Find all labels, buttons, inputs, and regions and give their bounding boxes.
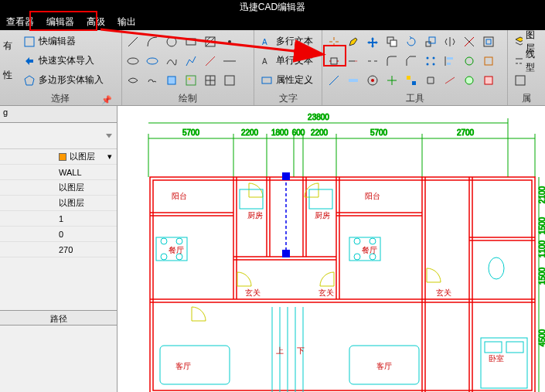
trim-icon[interactable] xyxy=(459,32,479,51)
svg-text:4500: 4500 xyxy=(538,329,545,346)
scale-icon[interactable] xyxy=(421,32,440,51)
more-draw-icon[interactable] xyxy=(220,70,240,90)
svg-rect-52 xyxy=(485,77,492,84)
menu-viewer[interactable]: 查看器 xyxy=(0,14,40,30)
tool27-icon[interactable] xyxy=(479,70,498,90)
svg-text:600: 600 xyxy=(292,128,305,137)
polygon-input-button[interactable]: 多边形实体输入 xyxy=(20,71,107,90)
menu-output[interactable]: 输出 xyxy=(111,14,142,30)
tool23-icon[interactable] xyxy=(401,70,421,90)
svg-rect-49 xyxy=(412,81,416,85)
explode-icon[interactable] xyxy=(324,32,343,51)
quick-import-button[interactable]: 快速实体导入 xyxy=(20,52,107,70)
break-icon[interactable] xyxy=(363,51,382,70)
chamfer-icon[interactable] xyxy=(401,51,421,70)
panel-tab[interactable]: g xyxy=(0,106,117,123)
prop-layer[interactable]: WALL xyxy=(0,165,117,180)
arc-icon[interactable] xyxy=(143,32,162,51)
attdef-button[interactable]: 属性定义 xyxy=(257,71,316,90)
svg-rect-81 xyxy=(150,177,535,392)
svg-line-11 xyxy=(206,56,215,66)
drawing-canvas[interactable]: 23800 5700 2200 1800 600 2200 5700 2700 … xyxy=(118,106,545,392)
circle-icon[interactable] xyxy=(162,32,182,51)
tool17-icon[interactable] xyxy=(459,51,479,70)
prop-color[interactable]: 以图层 ▾ xyxy=(0,149,117,165)
ribbon: 有 性 快编辑器 快速实体导入 多边形实体输入 选择 xyxy=(0,30,545,106)
svg-point-111 xyxy=(176,254,182,260)
svg-rect-19 xyxy=(225,76,234,85)
svg-point-51 xyxy=(465,77,473,84)
ray-icon[interactable] xyxy=(201,51,220,70)
quick-editor-button[interactable]: 快编辑器 xyxy=(20,32,107,51)
ellipse-icon[interactable] xyxy=(124,51,143,70)
image-icon[interactable] xyxy=(182,70,201,90)
tool26-icon[interactable] xyxy=(459,70,479,90)
ellipse2-icon[interactable] xyxy=(143,51,162,70)
prop-linetype[interactable]: 以图层 xyxy=(0,180,117,196)
svg-text:上: 上 xyxy=(276,346,284,355)
tool21-icon[interactable] xyxy=(363,70,382,90)
dtext-button[interactable]: A 单行文本 xyxy=(257,52,316,70)
copy-icon[interactable] xyxy=(382,32,401,51)
svg-rect-26 xyxy=(429,37,435,43)
tool19-icon[interactable] xyxy=(324,70,343,90)
line-icon[interactable] xyxy=(124,32,143,51)
polyline-icon[interactable] xyxy=(124,70,143,90)
linetype-button[interactable]: 线型 xyxy=(511,52,542,70)
menu-editor[interactable]: 编辑器 xyxy=(40,14,80,30)
pin-icon[interactable]: 📌 xyxy=(101,95,112,105)
region-icon[interactable] xyxy=(162,70,182,90)
point-icon[interactable] xyxy=(220,32,240,51)
spline-icon[interactable] xyxy=(162,51,182,70)
prop-scale[interactable]: 1 xyxy=(0,211,117,227)
prop-rotation[interactable]: 270 xyxy=(0,242,117,257)
mtext-button[interactable]: A 多行文本 xyxy=(257,32,316,51)
attdef-icon xyxy=(261,74,273,87)
svg-text:1800: 1800 xyxy=(271,128,289,137)
svg-text:客厅: 客厅 xyxy=(175,362,191,370)
pline-icon[interactable] xyxy=(182,51,201,70)
offset-icon[interactable] xyxy=(479,32,498,51)
svg-rect-29 xyxy=(484,37,493,46)
cloud-icon[interactable] xyxy=(143,70,162,90)
array-icon[interactable] xyxy=(421,51,440,70)
path-section-header[interactable]: 路径 xyxy=(0,310,117,326)
svg-text:阳台: 阳台 xyxy=(365,192,380,200)
align-icon[interactable] xyxy=(440,51,459,70)
move-icon[interactable] xyxy=(363,32,382,51)
table-icon[interactable] xyxy=(201,70,220,90)
edit-icon[interactable] xyxy=(343,32,363,51)
xline-icon[interactable] xyxy=(220,51,240,70)
svg-rect-127 xyxy=(485,342,502,353)
prop-row3[interactable] xyxy=(511,71,542,90)
rotate-icon[interactable] xyxy=(401,32,421,51)
svg-point-113 xyxy=(354,238,360,244)
svg-point-9 xyxy=(128,58,138,64)
tool25-icon[interactable] xyxy=(440,70,459,90)
menu-advanced[interactable]: 高级 xyxy=(80,14,111,30)
tool22-icon[interactable] xyxy=(382,70,401,90)
svg-line-6 xyxy=(206,37,210,42)
stretch-icon[interactable] xyxy=(324,51,343,70)
tool24-icon[interactable] xyxy=(421,70,440,90)
fillet-icon[interactable] xyxy=(382,51,401,70)
mirror-icon[interactable] xyxy=(440,32,459,51)
ribbon-group-draw: 绘制 xyxy=(122,30,255,105)
prop-lineweight[interactable]: 以图层 xyxy=(0,196,117,211)
panel-collapse[interactable] xyxy=(0,123,117,149)
svg-text:客厅: 客厅 xyxy=(376,362,392,370)
svg-text:餐厅: 餐厅 xyxy=(169,246,184,254)
dropdown-icon: ▾ xyxy=(107,152,112,162)
tool20-icon[interactable] xyxy=(343,70,363,90)
svg-rect-31 xyxy=(331,58,337,64)
tool18-icon[interactable] xyxy=(479,51,498,70)
svg-rect-14 xyxy=(186,76,196,85)
hatch-icon[interactable] xyxy=(201,32,220,51)
ribbon-group-tools: 工具 xyxy=(322,30,508,105)
rect-icon[interactable] xyxy=(182,32,201,51)
prop-group-label: 属 xyxy=(508,91,545,105)
extend-icon[interactable] xyxy=(343,51,363,70)
prop-thickness[interactable]: 0 xyxy=(0,227,117,242)
svg-rect-55 xyxy=(516,76,525,85)
svg-marker-1 xyxy=(25,76,34,85)
